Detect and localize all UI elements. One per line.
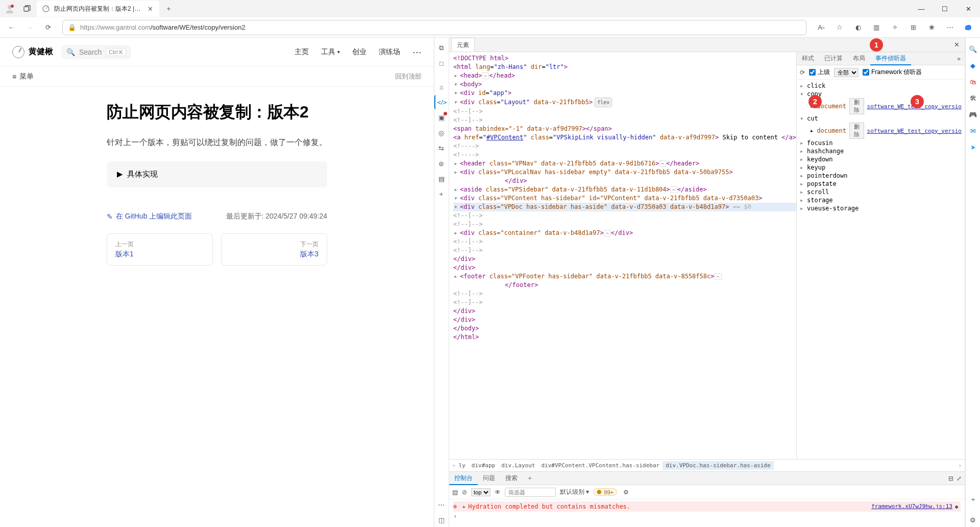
sidebar-add-icon[interactable]: ＋	[966, 492, 980, 507]
window-close-button[interactable]: ✕	[957, 1, 980, 17]
pager-prev[interactable]: 上一页 版本1	[107, 233, 213, 266]
remove-listener-button[interactable]: 删除	[849, 123, 864, 139]
crumb-item[interactable]: div#app	[469, 461, 498, 470]
tab-computed[interactable]: 已计算	[819, 54, 848, 63]
tab-styles[interactable]: 样式	[797, 54, 819, 63]
crumb-next-icon[interactable]: ›	[958, 462, 962, 469]
drawer-add-tab-icon[interactable]: ＋	[523, 474, 537, 483]
split-screen-icon[interactable]: ▥	[868, 19, 885, 36]
dock-position-icon[interactable]: ◫	[434, 513, 449, 527]
home-icon[interactable]: ⌂	[434, 80, 449, 94]
side-pane-more-icon[interactable]: »	[953, 55, 965, 62]
ancestors-checkbox[interactable]: 上级	[809, 68, 830, 77]
expand-row-icon[interactable]: ▸	[462, 503, 466, 510]
event-item[interactable]: ▸popstate	[800, 180, 962, 188]
tab-elements[interactable]: 元素	[451, 38, 475, 52]
pager-next[interactable]: 下一页 版本3	[221, 233, 327, 266]
extensions-icon[interactable]: ⊞	[904, 19, 922, 36]
console-filter-input[interactable]	[505, 488, 556, 497]
selected-dom-node[interactable]: ▾<div class="VPDoc has-sidebar has-aside…	[453, 203, 796, 211]
copilot-icon[interactable]	[960, 19, 977, 36]
console-settings-icon[interactable]: ⚙	[623, 489, 629, 496]
nav-more-icon[interactable]: ⋯	[412, 46, 422, 58]
tab-layout[interactable]: 布局	[848, 54, 870, 63]
device-toggle-icon[interactable]: ⧉	[434, 41, 449, 55]
app-panel-icon[interactable]: □	[434, 56, 449, 70]
crumb-item[interactable]: ly	[456, 461, 469, 470]
menu-toggle-button[interactable]: ≡菜单	[12, 72, 34, 81]
nav-home[interactable]: 主页	[295, 46, 309, 58]
performance-tool-icon[interactable]: ⊚	[434, 156, 449, 171]
new-tab-button[interactable]: ＋	[161, 2, 176, 16]
copilot-reload-icon[interactable]: ◐	[849, 19, 867, 36]
event-item[interactable]: ▸focusin	[800, 139, 962, 147]
favorite-icon[interactable]: ☆	[831, 19, 848, 36]
back-to-top-link[interactable]: 回到顶部	[395, 72, 422, 81]
elements-tool-icon[interactable]: </>	[434, 95, 449, 109]
crumb-item-selected[interactable]: div.VPDoc.has-sidebar.has-aside	[663, 461, 773, 470]
framework-checkbox[interactable]: Framework 侦听器	[863, 68, 922, 77]
sidebar-games-icon[interactable]: 🎮	[966, 107, 980, 122]
event-handler-row[interactable]: ▸document 删除 software_WE_test_copy_versi…	[800, 123, 962, 139]
console-prompt[interactable]: ›	[453, 512, 961, 521]
wallet-icon[interactable]: ❀	[923, 19, 940, 36]
event-item[interactable]: ▸hashchange	[800, 147, 962, 155]
event-item[interactable]: ▸pointerdown	[800, 172, 962, 180]
read-aloud-icon[interactable]: A»	[813, 19, 830, 36]
tab-event-listeners[interactable]: 事件侦听器	[870, 52, 911, 65]
tab-overview-button[interactable]	[19, 2, 35, 16]
event-item[interactable]: ▸keydown	[800, 155, 962, 163]
event-item[interactable]: ▸vueuse-storage	[800, 204, 962, 212]
log-level-select[interactable]: 默认级别 ▾	[560, 488, 589, 496]
ai-explain-icon[interactable]: ◆	[952, 503, 961, 510]
add-tool-icon[interactable]: ＋	[434, 187, 449, 201]
details-toggle[interactable]: ▶ 具体实现	[107, 161, 327, 187]
sidebar-shopping-icon[interactable]: 🛍	[966, 75, 980, 89]
nav-tools[interactable]: 工具▾	[321, 46, 340, 58]
target-icon[interactable]: ◎	[434, 126, 449, 140]
event-item[interactable]: ▸storage	[800, 196, 962, 204]
network-tool-icon[interactable]: ⇆	[434, 141, 449, 155]
event-item[interactable]: ▸click	[800, 82, 962, 90]
event-item[interactable]: ▸keyup	[800, 163, 962, 172]
clear-console-icon[interactable]: ⊘	[462, 489, 467, 496]
console-error-row[interactable]: ⊗ ▸ Hydration completed but contains mis…	[453, 501, 961, 512]
more-menu-icon[interactable]: ⋯	[941, 19, 959, 36]
elements-tree[interactable]: <!DOCTYPE html> <html lang="zh-Hans" dir…	[449, 52, 796, 459]
dom-line[interactable]: <!DOCTYPE html>	[453, 54, 796, 63]
url-input[interactable]: 🔒 https://www.gantrol.com/software/WE/te…	[62, 20, 806, 35]
site-logo[interactable]: 黄健楸	[12, 46, 53, 58]
tab-close-icon[interactable]: ✕	[146, 5, 154, 13]
window-minimize-button[interactable]: —	[910, 1, 933, 17]
sidebar-settings-icon[interactable]: ⚙	[966, 513, 980, 527]
expand-drawer-icon[interactable]: ⤢	[957, 475, 962, 482]
back-button[interactable]: ←	[3, 19, 19, 36]
drawer-tab-console[interactable]: 控制台	[449, 472, 478, 485]
nav-play[interactable]: 演练场	[379, 46, 400, 58]
sidebar-send-icon[interactable]: ➤	[966, 140, 980, 154]
memory-tool-icon[interactable]: ▤	[434, 172, 449, 186]
crumb-item[interactable]: div#VPContent.VPContent.has-sidebar	[538, 461, 663, 470]
refresh-button[interactable]: ⟳	[40, 19, 56, 36]
nav-biz[interactable]: 创业	[352, 46, 366, 58]
event-item[interactable]: ▸scroll	[800, 188, 962, 196]
drawer-tab-issues[interactable]: 问题	[478, 474, 500, 483]
browser-tab[interactable]: 防止网页内容被复制：版本2 | 黄 ✕	[37, 1, 159, 17]
search-button[interactable]: 🔍 Search Ctrl K	[61, 45, 131, 59]
listener-source-link[interactable]: software_WE_test_copy_versio	[867, 128, 962, 134]
sidebar-tools-icon[interactable]: 🛠	[966, 91, 980, 105]
devtools-close-icon[interactable]: ✕	[950, 41, 963, 49]
remove-listener-button[interactable]: 删除	[849, 98, 864, 114]
issues-tool-icon[interactable]: ▣	[434, 110, 449, 125]
profile-button[interactable]	[2, 1, 17, 16]
event-item[interactable]: ▾cut	[800, 114, 962, 123]
crumb-item[interactable]: div.Layout	[498, 461, 538, 470]
context-select[interactable]: top	[471, 488, 491, 496]
event-item[interactable]: ▾copy	[800, 90, 962, 98]
collections-icon[interactable]: ✧	[886, 19, 903, 36]
crumb-prev-icon[interactable]: ‹	[452, 462, 456, 469]
sidebar-outlook-icon[interactable]: ✉	[966, 124, 980, 138]
live-expression-icon[interactable]: 👁	[495, 489, 501, 496]
console-source-link[interactable]: framework.xU7wJ9hw.js:13	[871, 503, 952, 510]
console-sidebar-toggle-icon[interactable]: ▤	[452, 489, 458, 496]
